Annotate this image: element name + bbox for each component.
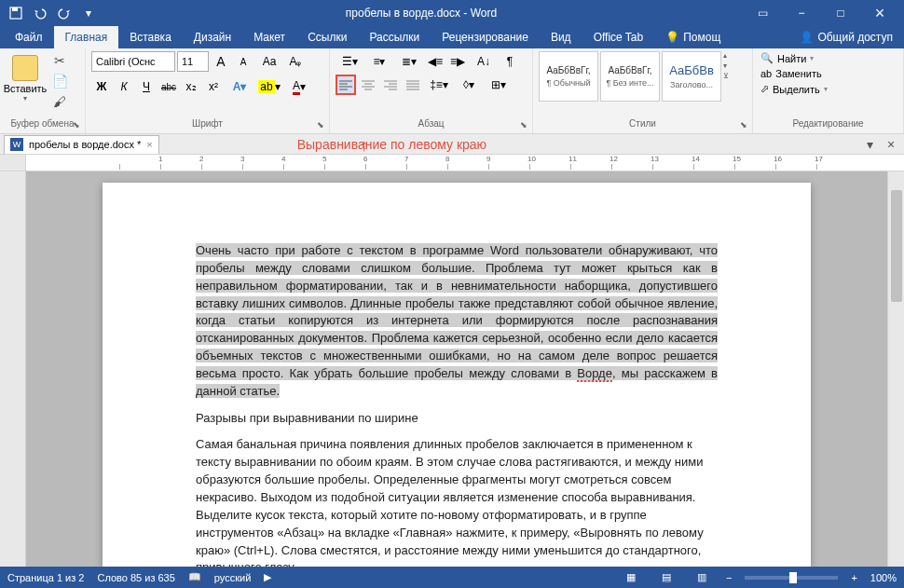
replace-icon: ab [760, 68, 772, 79]
style-heading1[interactable]: АаБбВв Заголово... [662, 51, 721, 102]
search-icon: 🔍 [760, 52, 774, 64]
italic-button[interactable]: К [114, 76, 134, 97]
clipboard-launcher[interactable]: ⬊ [70, 118, 83, 131]
format-painter-button[interactable]: 🖌 [50, 92, 69, 111]
zoom-in-button[interactable]: + [851, 572, 856, 583]
grow-font-button[interactable]: A [211, 51, 231, 72]
numbering-button[interactable]: ≡▾ [365, 51, 393, 72]
clipboard-icon [12, 55, 38, 81]
word-icon: W [10, 138, 23, 151]
paste-button[interactable]: Вставить ▾ [6, 51, 45, 103]
tab-office-tab[interactable]: Office Tab [582, 26, 655, 48]
page-indicator[interactable]: Страница 1 из 2 [7, 572, 84, 583]
find-button[interactable]: 🔍Найти▾ [759, 51, 815, 65]
tab-view[interactable]: Вид [540, 26, 582, 48]
document-tab[interactable]: W пробелы в ворде.docx * × [4, 135, 159, 154]
proofing-button[interactable]: 📖 [188, 571, 201, 583]
align-center-button[interactable] [358, 75, 378, 95]
font-size-combo[interactable] [177, 51, 209, 72]
shrink-font-button[interactable]: A [233, 51, 253, 72]
scrollbar-thumb[interactable] [891, 190, 902, 302]
styles-more-button[interactable]: ▴ ▾ ⊻ [723, 51, 738, 80]
superscript-button[interactable]: x² [203, 76, 224, 97]
web-layout-button[interactable]: ▥ [691, 569, 713, 586]
group-clipboard: Вставить ▾ ✂ 📄 🖌 Буфер обмена ⬊ [0, 48, 86, 133]
copy-button[interactable]: 📄 [50, 72, 69, 90]
close-button[interactable]: × [861, 0, 898, 26]
language-indicator[interactable]: русский [214, 572, 251, 583]
svg-rect-1 [12, 7, 18, 11]
show-marks-button[interactable]: ¶ [500, 51, 520, 72]
select-button[interactable]: ⬀Выделить▾ [759, 82, 829, 96]
change-case-button[interactable]: Aa [255, 51, 283, 72]
tab-dropdown[interactable]: ▾ [860, 135, 879, 154]
tab-review[interactable]: Рецензирование [431, 26, 540, 48]
quick-access-toolbar: ▾ [6, 3, 99, 23]
save-button[interactable] [6, 3, 26, 23]
align-left-button[interactable] [336, 75, 356, 95]
horizontal-ruler[interactable]: 1234567891011121314151617 [0, 155, 904, 171]
zoom-level[interactable]: 100% [870, 572, 897, 583]
increase-indent-button[interactable]: ≡▶ [447, 51, 468, 72]
tab-insert[interactable]: Вставка [118, 26, 183, 48]
zoom-out-button[interactable]: − [726, 572, 732, 583]
cursor-icon: ⬀ [760, 83, 769, 95]
undo-button[interactable] [30, 3, 50, 23]
ribbon-display-button[interactable]: ▭ [744, 0, 781, 26]
tab-close-button[interactable]: × [146, 139, 152, 150]
bulb-icon: 💡 [665, 31, 679, 44]
font-name-combo[interactable] [91, 51, 175, 72]
tab-layout[interactable]: Макет [242, 26, 296, 48]
shading-button[interactable]: ◊▾ [455, 75, 483, 95]
tab-file[interactable]: Файл [4, 26, 54, 48]
document-tab-name: пробелы в ворде.docx * [29, 139, 141, 150]
tell-me[interactable]: 💡Помощ [654, 26, 732, 48]
subscript-button[interactable]: x₂ [181, 76, 201, 97]
read-mode-button[interactable]: ▦ [620, 569, 642, 586]
vertical-scrollbar[interactable] [887, 171, 904, 567]
tab-design[interactable]: Дизайн [183, 26, 242, 48]
highlight-button[interactable]: ab▾ [255, 76, 283, 97]
group-font: A A Aa Aᵩ Ж К Ч abc x₂ x² A▾ ab▾ A▾ Шриф… [86, 48, 330, 133]
paragraph-3[interactable]: Самая банальная причина появления длинны… [196, 436, 718, 567]
tab-home[interactable]: Главная [54, 26, 119, 48]
font-color-button[interactable]: A▾ [285, 76, 313, 97]
styles-launcher[interactable]: ⬊ [737, 118, 750, 131]
maximize-button[interactable]: □ [822, 0, 859, 26]
share-button[interactable]: 👤Общий доступ [788, 26, 904, 48]
document-canvas[interactable]: Очень часто при работе с текстом в прогр… [26, 171, 887, 567]
tab-mailings[interactable]: Рассылки [358, 26, 431, 48]
clear-format-button[interactable]: Aᵩ [285, 51, 306, 72]
print-layout-button[interactable]: ▤ [655, 569, 678, 586]
ribbon: Вставить ▾ ✂ 📄 🖌 Буфер обмена ⬊ A A Aa A… [0, 48, 904, 134]
vertical-ruler[interactable] [0, 171, 26, 567]
paragraph-2[interactable]: Разрывы при выравнивании по ширине [196, 410, 718, 428]
sort-button[interactable]: A↓ [470, 51, 498, 72]
zoom-slider[interactable] [745, 576, 838, 580]
redo-button[interactable] [54, 3, 75, 23]
strike-button[interactable]: abc [158, 76, 179, 97]
multilevel-button[interactable]: ≣▾ [395, 51, 423, 72]
paragraph-1[interactable]: Очень часто при работе с текстом в прогр… [196, 242, 718, 401]
style-normal[interactable]: АаБбВвГг, ¶ Обычный [539, 51, 598, 102]
word-count[interactable]: Слово 85 из 635 [97, 572, 174, 583]
text-effects-button[interactable]: A▾ [226, 76, 253, 97]
font-launcher[interactable]: ⬊ [314, 118, 327, 131]
macro-button[interactable]: ▶ [264, 571, 271, 583]
bold-button[interactable]: Ж [91, 76, 112, 97]
qat-more-button[interactable]: ▾ [78, 3, 99, 23]
paragraph-launcher[interactable]: ⬊ [517, 118, 530, 131]
borders-button[interactable]: ⊞▾ [485, 75, 513, 95]
bullets-button[interactable]: ☰▾ [336, 51, 363, 72]
align-justify-button[interactable] [403, 75, 423, 95]
line-spacing-button[interactable]: ‡≡▾ [425, 75, 453, 95]
underline-button[interactable]: Ч [136, 76, 157, 97]
decrease-indent-button[interactable]: ◀≡ [425, 51, 445, 72]
style-no-spacing[interactable]: АаБбВвГг, ¶ Без инте... [600, 51, 660, 102]
tab-references[interactable]: Ссылки [296, 26, 358, 48]
tab-close-all[interactable]: × [882, 135, 900, 154]
minimize-button[interactable]: − [783, 0, 820, 26]
replace-button[interactable]: abЗаменить [759, 67, 824, 80]
cut-button[interactable]: ✂ [50, 51, 69, 70]
align-right-button[interactable] [380, 75, 401, 95]
